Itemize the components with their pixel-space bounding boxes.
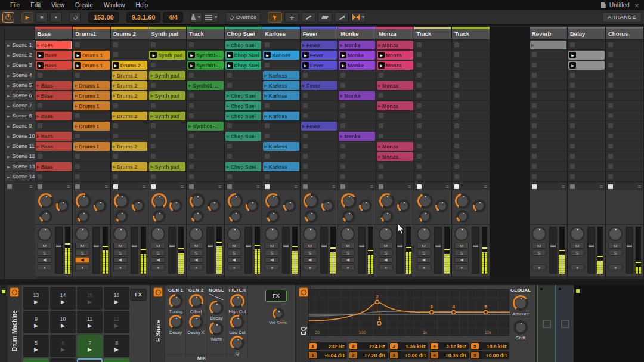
arm-button[interactable]: ● [454,264,469,270]
menu-file[interactable]: File [5,1,25,10]
clip-slot[interactable] [73,70,110,81]
clip-play-icon[interactable]: ▶ [302,52,309,58]
drum-pad-14[interactable]: 14▶ [50,287,76,310]
eq-gain-readout[interactable]: 4+0.36 dB [430,351,469,359]
clip[interactable]: ▶Drums 2 [112,81,148,90]
clip[interactable]: ▶Bass [36,91,72,100]
track-header[interactable]: Synth pad [148,27,186,40]
clip-slot[interactable] [338,81,376,91]
clip[interactable]: ▶Drums 2 [112,71,148,80]
monitor-button[interactable]: ◀ [38,257,52,263]
clip-slot[interactable]: ▶Drums 2 [111,60,148,70]
clip-slot[interactable] [301,131,338,141]
clip-slot[interactable] [452,40,490,50]
clip-slot[interactable] [376,91,414,101]
pad-play-icon[interactable]: ▶ [114,346,119,352]
monitor-button[interactable]: ◀ [379,257,393,263]
mute-button[interactable]: M [38,243,52,249]
volume-fader[interactable] [626,227,633,274]
clip-slot[interactable]: ▶Bass [35,91,73,101]
clip-slot[interactable] [606,162,643,172]
volume-fader[interactable] [206,227,214,274]
send-knob[interactable] [342,210,355,223]
volume-fader[interactable] [55,227,63,274]
solo-button[interactable]: S [227,250,242,256]
clip-slot[interactable] [262,131,300,141]
clip[interactable]: ▶Fever [301,51,338,60]
clip-slot[interactable] [148,121,186,131]
clip-overview-icon[interactable]: ≡ [105,184,108,189]
clip[interactable]: ▶Synth01-... [187,51,224,60]
clip-slot[interactable] [148,141,186,151]
scene-play-icon[interactable]: ▶ [7,83,10,88]
pan-knob[interactable] [532,227,546,241]
volume-fader[interactable] [131,227,138,274]
clip-slot[interactable]: ▶Drums 1 [73,121,110,131]
drum-pad-2[interactable]: 2▶ [50,358,76,362]
track-header[interactable]: Chorus [606,27,643,40]
clip-slot[interactable] [452,101,490,111]
clip[interactable]: ▶Bass [36,162,72,171]
clip-slot[interactable]: ▶Monke [338,60,376,70]
automation-override-button[interactable]: Override [225,12,261,23]
scene-row[interactable]: ▶Scene 13 [5,162,35,172]
eq-freq-readout[interactable]: 2224 Hz [349,342,388,350]
scene-row[interactable]: ▶Scene 4 [5,70,35,81]
clip-slot[interactable]: ▶Chop Suei [225,50,262,60]
scene-play-icon[interactable]: ▶ [7,94,10,98]
send-knob[interactable] [190,193,205,209]
clip-slot[interactable] [225,172,262,182]
arm-button[interactable]: ● [417,264,431,270]
clip[interactable]: ▶Synth01-... [187,81,224,90]
clip-slot[interactable] [301,91,338,101]
arm-button[interactable]: ● [265,264,279,270]
solo-button[interactable]: S [38,250,52,256]
clip-play-icon[interactable]: ▶ [340,62,346,69]
clip-slot[interactable] [187,131,224,141]
clip[interactable]: ▶Drums 1 [73,101,110,110]
clip-slot[interactable] [414,111,452,121]
clip-slot[interactable] [414,101,452,111]
clip-slot[interactable]: ▶Synth pad [148,111,186,121]
collapsed-device-strip[interactable] [537,285,555,362]
pad-play-icon[interactable]: ▶ [88,299,92,305]
solo-button[interactable]: S [265,250,279,256]
clip-overview-icon[interactable]: ≡ [218,184,221,189]
send-knob[interactable] [455,193,470,209]
scene-row[interactable]: ▶Scene 1 [5,40,35,50]
mute-button[interactable]: M [608,243,623,249]
clip-slot[interactable] [73,151,110,162]
clip-slot[interactable]: ▶Bass [35,111,73,121]
clip-slot[interactable]: ▶Synth pad [148,162,186,172]
clip-slot[interactable] [338,162,376,172]
clip-slot[interactable] [262,151,300,162]
clip-slot[interactable]: ▶Chop Suei [225,60,262,70]
clip-play-icon[interactable]: ▶ [378,52,385,58]
send-knob[interactable] [38,193,54,209]
clip-slot[interactable] [111,40,148,50]
clip[interactable]: ▶Fever [301,61,338,70]
clip[interactable]: ▶Synth01-... [187,61,224,70]
clip-overview-icon[interactable]: ≡ [332,184,335,189]
clip[interactable]: ▶Monza [377,142,413,151]
clip-slot[interactable] [452,91,490,101]
pan-knob[interactable] [608,227,623,241]
clip-slot[interactable] [187,91,224,101]
clip-slot[interactable] [148,40,186,50]
clip-slot[interactable] [414,141,452,151]
eq-freq-readout[interactable]: 510.6 kHz [470,342,509,350]
clip-slot[interactable]: ▶Chop Suei [225,91,262,101]
scene-play-icon[interactable]: ▶ [7,53,10,57]
pan-knob[interactable] [265,227,279,241]
monitor-button[interactable]: ◀ [227,257,242,263]
scene-row[interactable]: ▶Scene 12 [5,151,35,162]
clip-slot[interactable] [35,172,73,182]
stop-clips-button[interactable] [303,184,308,189]
clip[interactable]: ▶Fever [301,122,338,131]
clip-slot[interactable] [35,151,73,162]
scene-play-icon[interactable]: ▶ [7,175,10,179]
eq-freq-readout[interactable]: 1232 Hz [308,342,347,350]
clip-slot[interactable]: ▶Drums 2 [111,91,148,101]
clip-slot[interactable] [262,101,300,111]
clip[interactable]: ▶ [530,41,566,49]
